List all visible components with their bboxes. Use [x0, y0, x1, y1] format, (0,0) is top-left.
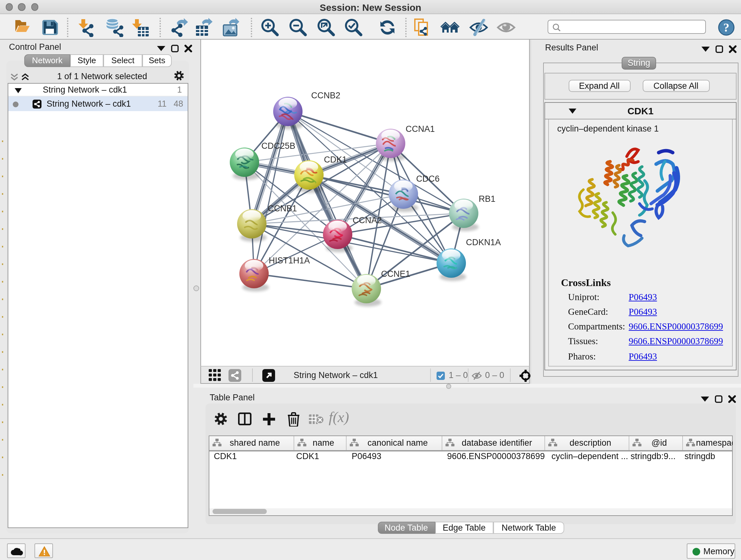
svg-text:CCNA2: CCNA2 — [353, 215, 382, 225]
svg-text:HIST1H1A: HIST1H1A — [269, 256, 310, 265]
svg-text:CCNE1: CCNE1 — [381, 269, 410, 279]
svg-text:RB1: RB1 — [479, 194, 495, 204]
svg-text:CDC6: CDC6 — [416, 174, 440, 184]
svg-text:CCNB2: CCNB2 — [311, 91, 340, 100]
svg-text:CCNB1: CCNB1 — [268, 204, 297, 213]
svg-text:CDC25B: CDC25B — [261, 141, 295, 151]
svg-text:?: ? — [724, 21, 730, 34]
svg-text:CDKN1A: CDKN1A — [466, 238, 501, 247]
svg-text:CCNA1: CCNA1 — [406, 124, 435, 134]
svg-text:CDK1: CDK1 — [324, 155, 347, 165]
